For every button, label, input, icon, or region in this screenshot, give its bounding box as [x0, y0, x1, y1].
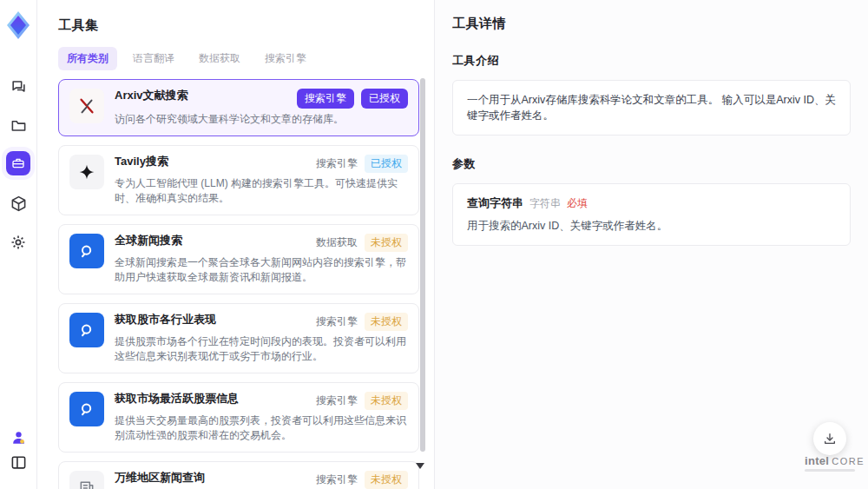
- package-nav-icon[interactable]: [0, 190, 36, 216]
- tool-name: 全球新闻搜索: [115, 234, 182, 248]
- tab-data-fetch[interactable]: 数据获取: [190, 47, 249, 70]
- stock-search-icon: [69, 313, 104, 347]
- param-description: 用于搜索的Arxiv ID、关键字或作者姓名。: [467, 219, 836, 234]
- tool-card-regional-news[interactable]: 万维地区新闻查询 搜索引擎 未授权 查询具体行政区划内的新闻，快速了解各地新闻动: [58, 461, 419, 489]
- news-search-icon: [69, 234, 104, 268]
- category-label: 数据获取: [316, 235, 358, 250]
- tab-search-engine[interactable]: 搜索引擎: [256, 47, 315, 70]
- tool-card-sector-performance[interactable]: 获取股市各行业表现 搜索引擎 未授权 提供股票市场各个行业在特定时间段内的表现。…: [58, 303, 419, 373]
- active-nav-highlight: [6, 151, 30, 175]
- auth-status-badge: 未授权: [365, 471, 408, 489]
- scroll-down-arrow-icon[interactable]: [416, 463, 424, 469]
- tab-language-translation[interactable]: 语言翻译: [124, 47, 183, 70]
- arxiv-icon: [69, 89, 104, 123]
- category-label: 搜索引擎: [316, 314, 358, 329]
- download-button[interactable]: [813, 422, 846, 455]
- tool-list-panel: 工具集 所有类别 语言翻译 数据获取 搜索引擎 Arxiv文献搜索: [36, 0, 434, 489]
- params-heading: 参数: [452, 156, 851, 172]
- tavily-star-icon: [69, 155, 104, 189]
- intel-wordmark: intel: [805, 454, 829, 467]
- app-logo-icon: [6, 10, 30, 40]
- core-wordmark: core: [832, 456, 865, 466]
- newspaper-icon: [69, 471, 104, 489]
- tool-card-most-active-stocks[interactable]: 获取市场最活跃股票信息 搜索引擎 未授权 提供当天交易量最高的股票列表，投资者可…: [58, 382, 419, 453]
- tool-detail-panel: 工具详情 工具介绍 一个用于从Arxiv存储库搜索科学论文和文章的工具。 输入可…: [434, 0, 868, 489]
- settings-gear-icon[interactable]: [0, 229, 36, 255]
- category-label: 搜索引擎: [316, 156, 358, 171]
- tool-description: 访问各个研究领域大量科学论文和文章的存储库。: [115, 112, 408, 127]
- tool-name: 获取股市各行业表现: [115, 313, 216, 327]
- tool-card-tavily[interactable]: Tavily搜索 搜索引擎 已授权 专为人工智能代理 (LLM) 构建的搜索引擎…: [58, 145, 419, 215]
- intro-box: 一个用于从Arxiv存储库搜索科学论文和文章的工具。 输入可以是Arxiv ID…: [452, 80, 851, 135]
- intro-heading: 工具介绍: [452, 53, 851, 69]
- category-label: 搜索引擎: [316, 393, 358, 408]
- category-tabs: 所有类别 语言翻译 数据获取 搜索引擎: [58, 47, 434, 70]
- stock-search-icon: [69, 392, 104, 426]
- tab-all-categories[interactable]: 所有类别: [58, 47, 117, 70]
- param-type: 字符串: [529, 196, 561, 211]
- param-box: 查询字符串 字符串 必填 用于搜索的Arxiv ID、关键字或作者姓名。: [452, 183, 851, 246]
- category-label: 搜索引擎: [316, 472, 358, 487]
- category-badge: 搜索引擎: [297, 89, 354, 109]
- tool-description: 提供当天交易量最高的股票列表，投资者可以利用这些信息来识别流动性强的股票和潜在的…: [115, 413, 408, 443]
- tool-name: 获取市场最活跃股票信息: [115, 392, 239, 406]
- intro-text: 一个用于从Arxiv存储库搜索科学论文和文章的工具。 输入可以是Arxiv ID…: [467, 92, 836, 123]
- tool-name: 万维地区新闻查询: [115, 471, 205, 485]
- logo-underline: [805, 469, 855, 472]
- auth-status-badge: 未授权: [365, 313, 408, 331]
- page-title: 工具集: [58, 17, 434, 34]
- tool-name: Arxiv文献搜索: [115, 89, 188, 102]
- collapse-panel-icon[interactable]: [0, 449, 36, 475]
- param-name: 查询字符串: [467, 195, 523, 211]
- detail-title: 工具详情: [452, 16, 851, 32]
- app-window: 工具集 所有类别 语言翻译 数据获取 搜索引擎 Arxiv文献搜索: [0, 0, 868, 489]
- tool-card-arxiv[interactable]: Arxiv文献搜索 搜索引擎 已授权 访问各个研究领域大量科学论文和文章的存储库…: [58, 79, 419, 136]
- list-scrollbar-thumb[interactable]: [420, 78, 425, 452]
- tool-description: 提供股票市场各个行业在特定时间段内的表现。投资者可以利用这些信息来识别表现优于或…: [115, 334, 408, 364]
- auth-status-badge: 已授权: [365, 155, 408, 173]
- tool-card-global-news[interactable]: 全球新闻搜索 数据获取 未授权 全球新闻搜索是一个聚合全球各大新闻网站内容的搜索…: [58, 224, 419, 294]
- auth-status-badge: 已授权: [361, 89, 408, 109]
- auth-status-badge: 未授权: [365, 392, 408, 410]
- intel-core-logo: intelcore: [805, 454, 865, 472]
- icon-sidebar: [0, 0, 37, 489]
- auth-status-badge: 未授权: [365, 234, 408, 252]
- folder-nav-icon[interactable]: [0, 112, 36, 138]
- chat-nav-icon[interactable]: [0, 73, 36, 99]
- tool-name: Tavily搜索: [115, 155, 168, 169]
- download-icon: [823, 432, 837, 446]
- tool-description: 专为人工智能代理 (LLM) 构建的搜索引擎工具。可快速提供实时、准确和真实的结…: [115, 176, 408, 206]
- tool-card-list: Arxiv文献搜索 搜索引擎 已授权 访问各个研究领域大量科学论文和文章的存储库…: [58, 79, 419, 489]
- toolbox-nav-icon-active[interactable]: [0, 150, 36, 176]
- tool-description: 全球新闻搜索是一个聚合全球各大新闻网站内容的搜索引擎，帮助用户快速获取全球最新资…: [115, 255, 408, 285]
- user-avatar-icon[interactable]: [0, 424, 36, 450]
- param-required-flag: 必填: [567, 196, 588, 211]
